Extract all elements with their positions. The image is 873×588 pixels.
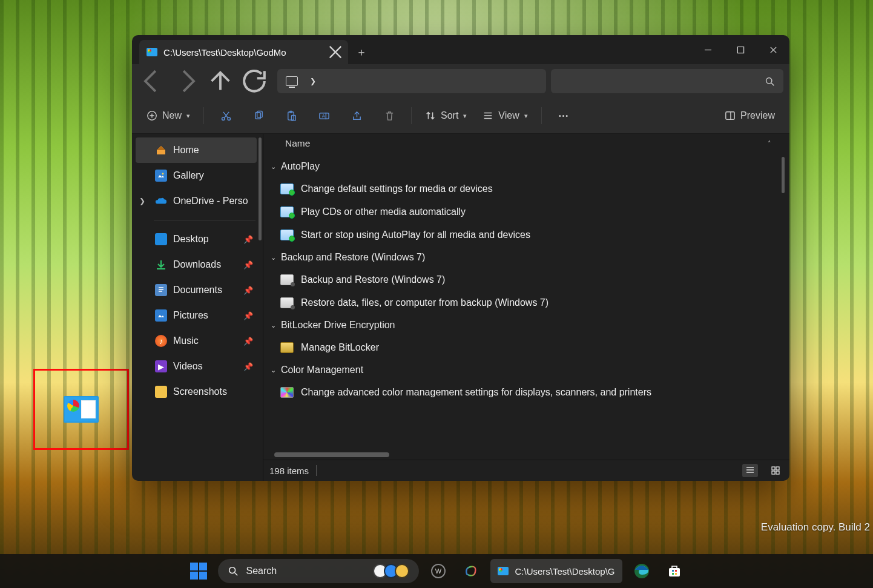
sidebar-item-onedrive[interactable]: ❯ OneDrive - Perso	[136, 188, 257, 214]
cut-button[interactable]	[211, 104, 240, 128]
share-button[interactable]	[342, 104, 371, 128]
paste-button[interactable]	[277, 104, 306, 128]
nav-forward-button[interactable]	[172, 69, 201, 93]
details-view-button[interactable]	[742, 464, 758, 477]
svg-text:W: W	[435, 567, 442, 575]
nav-refresh-button[interactable]	[240, 69, 269, 93]
titlebar: C:\Users\Test\Desktop\GodMo ＋	[132, 35, 789, 64]
bitlocker-icon	[280, 342, 294, 353]
control-panel-item-icon	[280, 230, 294, 240]
sidebar-item-videos[interactable]: ▶ Videos 📌	[136, 354, 257, 379]
music-icon: ♪	[155, 335, 167, 347]
chevron-down-icon: ⌄	[271, 366, 276, 374]
breadcrumb-this-pc[interactable]	[281, 71, 303, 91]
thumbnails-view-button[interactable]	[768, 464, 783, 477]
svg-point-4	[228, 117, 230, 120]
chevron-down-icon: ▾	[524, 112, 528, 120]
new-button[interactable]: New ▾	[140, 104, 196, 128]
sidebar-label: Downloads	[173, 259, 221, 270]
pin-icon[interactable]: 📌	[243, 260, 253, 269]
sidebar-item-music[interactable]: ♪ Music 📌	[136, 328, 257, 354]
list-item[interactable]: Change advanced color management setting…	[266, 381, 789, 404]
paste-icon	[286, 110, 297, 122]
pin-icon[interactable]: 📌	[243, 235, 253, 244]
pin-icon[interactable]: 📌	[243, 337, 253, 346]
status-item-count: 198 items	[269, 466, 309, 476]
chevron-down-icon: ▾	[463, 112, 467, 120]
control-panel-item-icon	[280, 206, 294, 217]
taskbar-edge-button[interactable]	[628, 558, 655, 584]
taskbar-search-label: Search	[246, 566, 277, 576]
more-button[interactable]	[549, 104, 578, 128]
this-pc-icon	[286, 76, 298, 86]
tab-close-button[interactable]	[328, 44, 343, 60]
breadcrumb-chevron[interactable]: ❯	[305, 71, 321, 91]
copy-button[interactable]	[244, 104, 273, 128]
pin-icon[interactable]: 📌	[243, 362, 253, 371]
sidebar-item-home[interactable]: Home	[136, 137, 257, 163]
search-box[interactable]	[551, 69, 783, 93]
color-mgmt-icon	[280, 387, 294, 398]
chevron-down-icon: ⌄	[271, 254, 276, 262]
sidebar-label: Music	[173, 335, 199, 346]
sidebar-item-gallery[interactable]: Gallery	[136, 163, 257, 188]
list-item[interactable]: Backup and Restore (Windows 7)	[266, 268, 789, 291]
control-panel-item-icon	[280, 183, 294, 194]
sidebar-scrollbar[interactable]	[259, 137, 262, 240]
group-header[interactable]: ⌄ AutoPlay	[266, 156, 789, 177]
svg-rect-25	[669, 568, 680, 576]
breadcrumb-bar[interactable]: ❯	[277, 69, 546, 93]
taskbar-store-button[interactable]	[661, 558, 688, 584]
taskbar-copilot-button[interactable]	[458, 558, 484, 584]
window-close-button[interactable]	[757, 35, 789, 64]
column-header-name[interactable]: Name ˄	[263, 134, 789, 153]
nav-up-button[interactable]	[206, 69, 235, 93]
taskbar-app-title: C:\Users\Test\Desktop\G	[515, 566, 614, 576]
sort-button[interactable]: Sort ▾	[419, 104, 473, 128]
list-item[interactable]: Manage BitLocker	[266, 336, 789, 359]
list-item[interactable]: Change default settings for media or dev…	[266, 177, 789, 200]
svg-rect-17	[772, 467, 775, 470]
windows-watermark: Evaluation copy. Build 2	[761, 521, 870, 533]
group-header[interactable]: ⌄ Color Management	[266, 359, 789, 381]
svg-rect-19	[772, 471, 775, 474]
list-item[interactable]: Play CDs or other media automatically	[266, 200, 789, 223]
start-button[interactable]	[185, 558, 212, 584]
group-header[interactable]: ⌄ Backup and Restore (Windows 7)	[266, 246, 789, 268]
taskbar-app-explorer[interactable]: C:\Users\Test\Desktop\G	[490, 559, 622, 583]
search-highlights-icon	[377, 564, 409, 578]
sidebar-label: Desktop	[173, 234, 209, 245]
sidebar-item-desktop[interactable]: Desktop 📌	[136, 226, 257, 252]
sidebar-item-documents[interactable]: Documents 📌	[136, 277, 257, 303]
taskbar-widgets-button[interactable]: W	[425, 558, 452, 584]
content-hscrollbar[interactable]	[274, 452, 389, 457]
backup-icon	[280, 274, 294, 285]
folder-icon	[155, 386, 167, 398]
file-list: ⌄ AutoPlay Change default settings for m…	[263, 153, 789, 460]
sidebar-item-pictures[interactable]: Pictures 📌	[136, 303, 257, 328]
group-header[interactable]: ⌄ BitLocker Drive Encryption	[266, 314, 789, 336]
window-maximize-button[interactable]	[724, 35, 757, 64]
svg-rect-26	[672, 570, 674, 572]
list-item[interactable]: Start or stop using AutoPlay for all med…	[266, 223, 789, 246]
sidebar-item-downloads[interactable]: Downloads 📌	[136, 252, 257, 277]
preview-button[interactable]: Preview	[719, 104, 781, 128]
sidebar-label: Screenshots	[173, 386, 227, 397]
taskbar-search[interactable]: Search	[218, 559, 419, 583]
desktop-icon-godmode[interactable]	[33, 369, 129, 450]
content-vscrollbar[interactable]	[782, 157, 785, 193]
sidebar-item-screenshots[interactable]: Screenshots	[136, 379, 257, 405]
nav-back-button[interactable]	[138, 69, 167, 93]
list-item[interactable]: Restore data, files, or computer from ba…	[266, 291, 789, 314]
search-icon	[228, 566, 239, 576]
new-tab-button[interactable]: ＋	[351, 40, 372, 64]
window-tab[interactable]: C:\Users\Test\Desktop\GodMo	[139, 40, 348, 64]
window-minimize-button[interactable]	[691, 35, 724, 64]
chevron-right-icon[interactable]: ❯	[139, 197, 145, 205]
pin-icon[interactable]: 📌	[243, 311, 253, 320]
rename-button[interactable]: A	[309, 104, 338, 128]
view-button[interactable]: View ▾	[476, 104, 533, 128]
svg-point-13	[562, 114, 564, 116]
delete-button[interactable]	[375, 104, 404, 128]
pin-icon[interactable]: 📌	[243, 286, 253, 295]
